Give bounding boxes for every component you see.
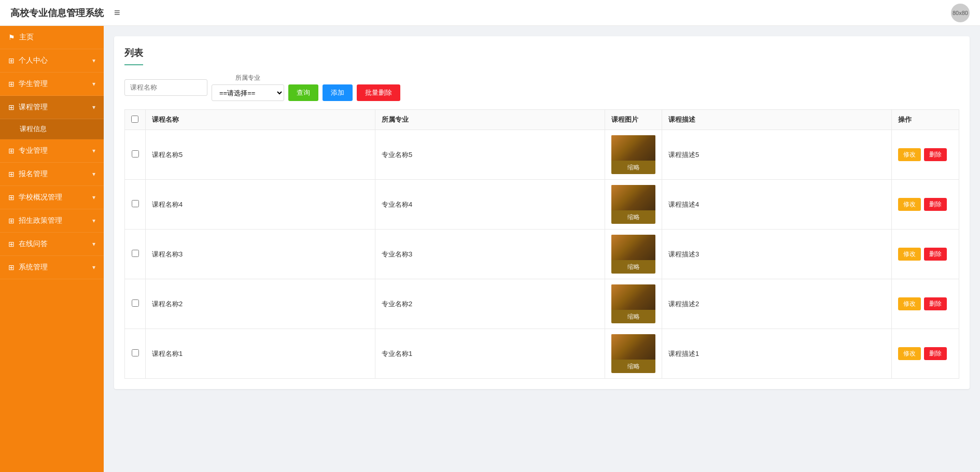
search-button[interactable]: 查询 bbox=[288, 84, 318, 101]
course-img-label-4: 缩略 bbox=[627, 213, 640, 222]
sidebar-item-personal[interactable]: ⊞ 个人中心 ▾ bbox=[0, 49, 104, 73]
row-actions: 修改 删除 bbox=[892, 130, 959, 180]
major-icon: ⊞ bbox=[8, 147, 15, 155]
sidebar-label-student: 学生管理 bbox=[19, 79, 48, 89]
row-img-cell: 缩略 bbox=[605, 329, 662, 379]
table-row: 课程名称4 专业名称4 缩略 课程描述4 修改 删除 bbox=[125, 180, 959, 230]
sidebar-label-policy: 招生政策管理 bbox=[19, 216, 62, 225]
sidebar-item-enrollment[interactable]: ⊞ 报名管理 ▾ bbox=[0, 163, 104, 186]
app-title: 高校专业信息管理系统 bbox=[10, 7, 104, 19]
edit-button-4[interactable]: 修改 bbox=[898, 198, 921, 211]
th-checkbox bbox=[125, 110, 146, 130]
row-img-cell: 缩略 bbox=[605, 130, 662, 180]
course-name-filter-group bbox=[124, 79, 207, 96]
row-course-name: 课程名称4 bbox=[146, 180, 375, 230]
sidebar-item-course[interactable]: ⊞ 课程管理 ▾ bbox=[0, 96, 104, 119]
delete-button-5[interactable]: 删除 bbox=[924, 148, 947, 161]
personal-arrow-icon: ▾ bbox=[92, 57, 95, 64]
delete-button-2[interactable]: 删除 bbox=[924, 297, 947, 310]
delete-button-4[interactable]: 删除 bbox=[924, 198, 947, 211]
top-header: 高校专业信息管理系统 ≡ 80x80 bbox=[0, 0, 980, 26]
row-major-name: 专业名称5 bbox=[375, 130, 605, 180]
row-checkbox-3[interactable] bbox=[132, 250, 139, 257]
batch-delete-button[interactable]: 批量删除 bbox=[357, 84, 400, 101]
course-thumbnail-3: 缩略 bbox=[611, 235, 655, 274]
sidebar-label-home: 主页 bbox=[19, 33, 34, 42]
select-all-checkbox[interactable] bbox=[131, 116, 138, 123]
row-course-name: 课程名称1 bbox=[146, 329, 375, 379]
row-major-name: 专业名称1 bbox=[375, 329, 605, 379]
delete-button-1[interactable]: 删除 bbox=[924, 347, 947, 360]
row-checkbox-cell bbox=[125, 329, 146, 379]
sidebar-item-system[interactable]: ⊞ 系统管理 ▾ bbox=[0, 256, 104, 279]
major-select[interactable]: ==请选择== 专业名称1 专业名称2 专业名称3 专业名称4 专业名称5 bbox=[212, 84, 284, 101]
add-button[interactable]: 添加 bbox=[323, 84, 353, 101]
sidebar-label-school: 学校概况管理 bbox=[19, 193, 62, 202]
sidebar: ⚑ 主页 ⊞ 个人中心 ▾ ⊞ 学生管理 ▾ ⊞ 课程管理 ▾ bbox=[0, 26, 104, 472]
sidebar-label-major: 专业管理 bbox=[19, 146, 48, 155]
student-icon: ⊞ bbox=[8, 80, 15, 88]
row-major-name: 专业名称3 bbox=[375, 230, 605, 279]
course-img-label-3: 缩略 bbox=[627, 263, 640, 271]
sidebar-item-major[interactable]: ⊞ 专业管理 ▾ bbox=[0, 139, 104, 163]
course-thumbnail-4: 缩略 bbox=[611, 185, 655, 224]
course-arrow-icon: ▾ bbox=[92, 104, 95, 111]
row-img-cell: 缩略 bbox=[605, 180, 662, 230]
sidebar-item-school[interactable]: ⊞ 学校概况管理 ▾ bbox=[0, 186, 104, 209]
user-avatar[interactable]: 80x80 bbox=[951, 4, 970, 22]
online-qa-icon: ⊞ bbox=[8, 240, 15, 248]
student-arrow-icon: ▾ bbox=[92, 80, 95, 88]
table-header-row: 课程名称 所属专业 课程图片 课程描述 操作 bbox=[125, 110, 959, 130]
course-table: 课程名称 所属专业 课程图片 课程描述 操作 课程名称5 专业名称5 缩略 bbox=[124, 109, 959, 379]
course-name-input[interactable] bbox=[124, 79, 207, 96]
course-icon: ⊞ bbox=[8, 103, 15, 111]
course-img-label-1: 缩略 bbox=[627, 362, 640, 371]
edit-button-1[interactable]: 修改 bbox=[898, 347, 921, 360]
course-thumbnail-1: 缩略 bbox=[611, 334, 655, 373]
content-area: 列表 所属专业 ==请选择== 专业名称1 专业名称2 专业名称3 专业名称4 … bbox=[104, 26, 980, 472]
sidebar-item-student[interactable]: ⊞ 学生管理 ▾ bbox=[0, 73, 104, 96]
row-checkbox-5[interactable] bbox=[132, 150, 139, 158]
filter-row: 所属专业 ==请选择== 专业名称1 专业名称2 专业名称3 专业名称4 专业名… bbox=[124, 74, 959, 101]
row-checkbox-cell bbox=[125, 230, 146, 279]
row-checkbox-cell bbox=[125, 130, 146, 180]
sidebar-item-policy[interactable]: ⊞ 招生政策管理 ▾ bbox=[0, 209, 104, 233]
major-arrow-icon: ▾ bbox=[92, 147, 95, 154]
table-row: 课程名称5 专业名称5 缩略 课程描述5 修改 删除 bbox=[125, 130, 959, 180]
sidebar-item-home[interactable]: ⚑ 主页 bbox=[0, 26, 104, 49]
sidebar-item-online-qa[interactable]: ⊞ 在线问答 ▾ bbox=[0, 233, 104, 256]
sidebar-label-system: 系统管理 bbox=[19, 263, 48, 272]
delete-button-3[interactable]: 删除 bbox=[924, 248, 947, 261]
sidebar-item-course-info[interactable]: 课程信息 bbox=[0, 119, 104, 139]
row-description: 课程描述2 bbox=[662, 279, 892, 329]
row-actions: 修改 删除 bbox=[892, 279, 959, 329]
row-img-cell: 缩略 bbox=[605, 230, 662, 279]
row-checkbox-4[interactable] bbox=[132, 200, 139, 207]
row-course-name: 课程名称3 bbox=[146, 230, 375, 279]
row-description: 课程描述1 bbox=[662, 329, 892, 379]
sidebar-label-course-info: 课程信息 bbox=[20, 125, 47, 133]
edit-button-5[interactable]: 修改 bbox=[898, 148, 921, 161]
school-icon: ⊞ bbox=[8, 193, 15, 202]
policy-icon: ⊞ bbox=[8, 217, 15, 225]
course-thumbnail-5: 缩略 bbox=[611, 135, 655, 174]
th-course-img: 课程图片 bbox=[605, 110, 662, 130]
row-checkbox-2[interactable] bbox=[132, 299, 139, 307]
main-card: 列表 所属专业 ==请选择== 专业名称1 专业名称2 专业名称3 专业名称4 … bbox=[114, 36, 970, 389]
th-actions: 操作 bbox=[892, 110, 959, 130]
row-checkbox-cell bbox=[125, 279, 146, 329]
edit-button-3[interactable]: 修改 bbox=[898, 248, 921, 261]
course-thumbnail-2: 缩略 bbox=[611, 284, 655, 323]
system-arrow-icon: ▾ bbox=[92, 264, 95, 271]
major-filter-label: 所属专业 bbox=[235, 74, 260, 82]
system-icon: ⊞ bbox=[8, 263, 15, 271]
home-icon: ⚑ bbox=[8, 33, 15, 41]
menu-toggle-button[interactable]: ≡ bbox=[114, 7, 120, 19]
row-description: 课程描述4 bbox=[662, 180, 892, 230]
table-row: 课程名称1 专业名称1 缩略 课程描述1 修改 删除 bbox=[125, 329, 959, 379]
row-major-name: 专业名称2 bbox=[375, 279, 605, 329]
row-checkbox-1[interactable] bbox=[132, 349, 139, 356]
edit-button-2[interactable]: 修改 bbox=[898, 297, 921, 310]
row-description: 课程描述3 bbox=[662, 230, 892, 279]
th-description: 课程描述 bbox=[662, 110, 892, 130]
